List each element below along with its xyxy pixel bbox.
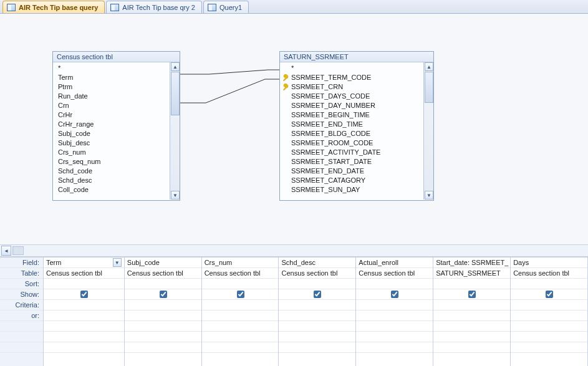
- field-item[interactable]: SSRMEET_CRN: [285, 82, 422, 92]
- qbe-cell[interactable]: Census section tbl: [511, 268, 587, 279]
- qbe-cell[interactable]: [125, 342, 201, 353]
- qbe-cell[interactable]: Term▼: [44, 258, 124, 268]
- qbe-cell[interactable]: Census section tbl: [279, 268, 355, 279]
- qbe-cell[interactable]: Census section tbl: [202, 268, 279, 279]
- qbe-column[interactable]: Schd_descCensus section tbl: [279, 258, 356, 366]
- tab-base-query[interactable]: AIR Tech Tip base query: [2, 1, 105, 13]
- field-item[interactable]: SSRMEET_DAY_NUMBER: [285, 101, 422, 110]
- qbe-column[interactable]: Subj_codeCensus section tbl: [125, 258, 202, 366]
- show-checkbox[interactable]: [391, 291, 398, 298]
- field-item[interactable]: Schd_code: [58, 166, 168, 176]
- field-item[interactable]: SSRMEET_CATAGORY: [285, 176, 422, 185]
- field-item[interactable]: SSRMEET_BEGIN_TIME: [285, 110, 422, 120]
- qbe-cell[interactable]: [511, 289, 587, 300]
- qbe-column[interactable]: Crs_numCensus section tbl: [202, 258, 279, 366]
- field-item[interactable]: Coll_code: [58, 185, 168, 195]
- qbe-cell[interactable]: [433, 279, 510, 289]
- field-item[interactable]: Crs_seq_num: [58, 157, 168, 166]
- qbe-cell[interactable]: [44, 279, 124, 289]
- qbe-cell[interactable]: Days: [511, 258, 587, 268]
- field-item[interactable]: SSRMEET_TERM_CODE: [285, 73, 422, 82]
- field-item[interactable]: Ptrm: [58, 82, 168, 92]
- qbe-cell[interactable]: [125, 289, 201, 300]
- qbe-cell[interactable]: [356, 321, 433, 332]
- qbe-cell[interactable]: [433, 321, 510, 332]
- qbe-cell[interactable]: [279, 311, 355, 321]
- scroll-thumb[interactable]: [171, 72, 180, 115]
- qbe-cell[interactable]: [433, 289, 510, 300]
- field-list[interactable]: *SSRMEET_TERM_CODESSRMEET_CRNSSRMEET_DAY…: [280, 62, 423, 200]
- qbe-cell[interactable]: Census section tbl: [125, 268, 201, 279]
- qbe-cell[interactable]: SATURN_SSRMEET: [433, 268, 510, 279]
- show-checkbox[interactable]: [546, 291, 553, 298]
- qbe-cell[interactable]: [356, 279, 433, 289]
- scroll-down-button[interactable]: ▼: [171, 191, 180, 200]
- qbe-cell[interactable]: Start_date: SSRMEET_: [433, 258, 510, 268]
- qbe-cell[interactable]: [202, 342, 279, 353]
- qbe-cell[interactable]: [44, 342, 124, 353]
- scroll-down-button[interactable]: ▼: [425, 191, 433, 200]
- qbe-cell[interactable]: Schd_desc: [279, 258, 355, 268]
- qbe-cell[interactable]: Census section tbl: [356, 268, 433, 279]
- qbe-cell[interactable]: [279, 300, 355, 311]
- field-item[interactable]: Subj_desc: [58, 138, 168, 148]
- field-list[interactable]: *TermPtrmRun_dateCrnCrHrCrHr_rangeSubj_c…: [53, 62, 170, 200]
- qbe-cell[interactable]: [202, 289, 279, 300]
- qbe-cell[interactable]: [279, 321, 355, 332]
- field-item[interactable]: SSRMEET_END_DATE: [285, 166, 422, 176]
- qbe-cell[interactable]: [433, 311, 510, 321]
- table-census-section[interactable]: Census section tbl *TermPtrmRun_dateCrnC…: [52, 51, 180, 201]
- qbe-cell[interactable]: [356, 332, 433, 342]
- qbe-cell[interactable]: [511, 342, 587, 353]
- qbe-cell[interactable]: [125, 321, 201, 332]
- qbe-cell[interactable]: [356, 342, 433, 353]
- relationship-canvas[interactable]: Census section tbl *TermPtrmRun_dateCrnC…: [0, 14, 588, 244]
- field-item[interactable]: SSRMEET_BLDG_CODE: [285, 129, 422, 138]
- qbe-cell[interactable]: [44, 289, 124, 300]
- tab-base-qry-2[interactable]: AIR Tech Tip base qry 2: [106, 1, 202, 13]
- field-item[interactable]: SSRMEET_SUN_DAY: [285, 185, 422, 195]
- qbe-cell[interactable]: Crs_num: [202, 258, 279, 268]
- field-item[interactable]: SSRMEET_ACTIVITY_DATE: [285, 148, 422, 157]
- qbe-cell[interactable]: [433, 342, 510, 353]
- vertical-scrollbar[interactable]: ▲ ▼: [170, 62, 180, 200]
- scroll-track[interactable]: [12, 246, 24, 255]
- field-item[interactable]: CrHr: [58, 110, 168, 120]
- field-item[interactable]: SSRMEET_ROOM_CODE: [285, 138, 422, 148]
- dropdown-button[interactable]: ▼: [113, 258, 122, 267]
- qbe-cell[interactable]: [44, 332, 124, 342]
- qbe-cell[interactable]: [125, 311, 201, 321]
- qbe-cell[interactable]: [356, 289, 433, 300]
- field-item[interactable]: SSRMEET_END_TIME: [285, 120, 422, 129]
- qbe-column[interactable]: Actual_enrollCensus section tbl: [356, 258, 433, 366]
- field-item[interactable]: Crs_num: [58, 148, 168, 157]
- field-item[interactable]: CrHr_range: [58, 120, 168, 129]
- qbe-cell[interactable]: [202, 279, 279, 289]
- qbe-cell[interactable]: [202, 321, 279, 332]
- qbe-cell[interactable]: [125, 332, 201, 342]
- qbe-column[interactable]: DaysCensus section tbl: [511, 258, 588, 366]
- qbe-column[interactable]: Start_date: SSRMEET_SATURN_SSRMEET: [433, 258, 511, 366]
- qbe-cell[interactable]: [356, 311, 433, 321]
- qbe-cell[interactable]: [44, 300, 124, 311]
- qbe-cell[interactable]: [511, 300, 587, 311]
- table-saturn-ssrmeet[interactable]: SATURN_SSRMEET *SSRMEET_TERM_CODESSRMEET…: [279, 51, 434, 201]
- field-item[interactable]: Run_date: [58, 92, 168, 101]
- qbe-cell[interactable]: [511, 332, 587, 342]
- qbe-cell[interactable]: [202, 311, 279, 321]
- qbe-column[interactable]: Term▼Census section tbl: [44, 258, 125, 366]
- qbe-cell[interactable]: [125, 279, 201, 289]
- qbe-cell[interactable]: [511, 311, 587, 321]
- qbe-cell[interactable]: [511, 321, 587, 332]
- field-item[interactable]: Schd_desc: [58, 176, 168, 185]
- field-item[interactable]: Subj_code: [58, 129, 168, 138]
- scroll-up-button[interactable]: ▲: [171, 62, 180, 71]
- qbe-cell[interactable]: Actual_enroll: [356, 258, 433, 268]
- qbe-cell[interactable]: [279, 279, 355, 289]
- show-checkbox[interactable]: [80, 291, 88, 298]
- qbe-cell[interactable]: Subj_code: [125, 258, 201, 268]
- field-item[interactable]: *: [58, 64, 168, 73]
- qbe-cell[interactable]: [202, 332, 279, 342]
- qbe-cell[interactable]: [202, 300, 279, 311]
- show-checkbox[interactable]: [160, 291, 167, 298]
